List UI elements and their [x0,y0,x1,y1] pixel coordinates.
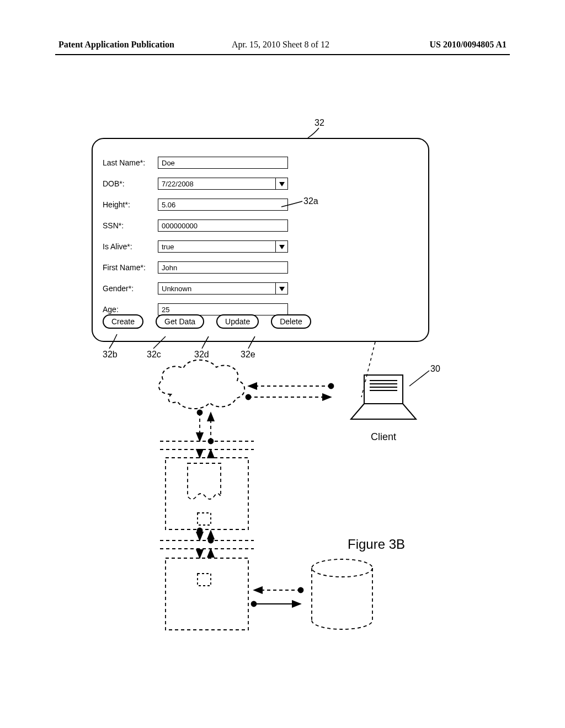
figure-label: Figure 3B [348,537,405,552]
header-publication: Patent Application Publication [58,40,174,50]
svg-marker-1 [279,245,285,249]
dropdown-gender[interactable] [275,282,287,295]
input-dob[interactable]: 7/22/2008 [158,178,288,190]
row-dob: DOB*: 7/22/2008 [103,173,288,194]
value-is-alive: true [162,243,174,251]
value-gender: Unknown [162,285,191,293]
label-is-alive: Is Alive*: [103,242,158,251]
form-fields: Last Name*: Doe DOB*: 7/22/2008 Height*:… [103,152,288,320]
svg-marker-2 [279,287,285,291]
input-height[interactable]: 5.06 [158,199,288,211]
value-ssn: 000000000 [162,222,198,230]
ref-32b: 32b [103,350,118,360]
value-dob: 7/22/2008 [162,180,194,188]
input-first-name[interactable]: John [158,261,288,274]
label-last-name: Last Name*: [103,158,158,167]
input-ssn[interactable]: 000000000 [158,220,288,232]
chevron-down-icon [279,180,285,188]
page-header: Patent Application Publication Apr. 15, … [0,40,565,55]
get-data-button[interactable]: Get Data [156,314,204,329]
svg-rect-18 [166,458,248,529]
dropdown-is-alive[interactable] [275,240,287,253]
header-sheet-info: Apr. 15, 2010 Sheet 8 of 12 [232,40,329,50]
dropdown-dob[interactable] [275,178,287,190]
value-age: 25 [162,306,169,314]
svg-rect-19 [198,513,211,525]
row-first-name: First Name*: John [103,257,288,278]
label-ssn: SSN*: [103,221,158,230]
ref-32d: 32d [194,350,209,360]
svg-rect-7 [364,375,403,404]
chevron-down-icon [279,243,285,251]
label-age: Age: [103,305,158,314]
input-last-name[interactable]: Doe [158,157,288,169]
ref-32a: 32a [303,196,318,206]
label-first-name: First Name*: [103,263,158,272]
create-button[interactable]: Create [103,314,143,329]
header-pub-number: US 2010/0094805 A1 [429,40,507,50]
input-gender[interactable]: Unknown [158,282,288,295]
value-last-name: Doe [162,159,175,167]
svg-rect-27 [198,574,211,586]
delete-button[interactable]: Delete [271,314,311,329]
row-last-name: Last Name*: Doe [103,152,288,173]
diagram-svg [0,0,565,728]
page: Patent Application Publication Apr. 15, … [0,0,565,728]
ref-30: 30 [430,364,440,374]
ref-32c: 32c [147,350,161,360]
value-height: 5.06 [162,201,175,209]
svg-marker-0 [279,182,285,186]
row-gender: Gender*: Unknown [103,278,288,299]
client-label: Client [371,431,396,443]
label-height: Height*: [103,200,158,209]
server-box-2-icon [166,558,248,630]
laptop-icon [351,375,416,419]
header-rule [55,54,510,55]
update-button[interactable]: Update [216,314,259,329]
input-age[interactable]: 25 [158,303,288,315]
row-is-alive: Is Alive*: true [103,236,288,257]
chevron-down-icon [279,285,285,293]
server-box-1-icon [166,458,248,529]
ref-32e: 32e [241,350,255,360]
form-panel: Last Name*: Doe DOB*: 7/22/2008 Height*:… [92,138,429,342]
row-height: Height*: 5.06 [103,194,288,215]
input-is-alive[interactable]: true [158,240,288,253]
svg-rect-26 [166,558,248,630]
database-icon [312,559,372,629]
svg-point-30 [312,559,372,577]
label-dob: DOB*: [103,179,158,188]
ref-32: 32 [315,118,324,128]
value-first-name: John [162,264,177,272]
row-ssn: SSN*: 000000000 [103,215,288,236]
label-gender: Gender*: [103,284,158,293]
button-row: Create Get Data Update Delete [103,314,311,329]
cloud-icon [159,360,244,409]
